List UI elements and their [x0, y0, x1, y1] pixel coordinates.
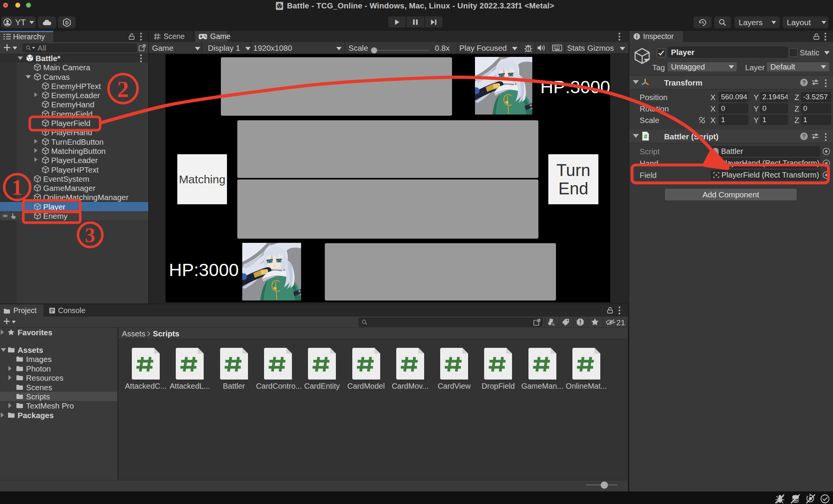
svg-text:#: #	[644, 133, 648, 140]
svg-text:?: ?	[802, 79, 806, 86]
svg-text:D: D	[65, 20, 69, 25]
svg-text:?: ?	[802, 133, 806, 139]
